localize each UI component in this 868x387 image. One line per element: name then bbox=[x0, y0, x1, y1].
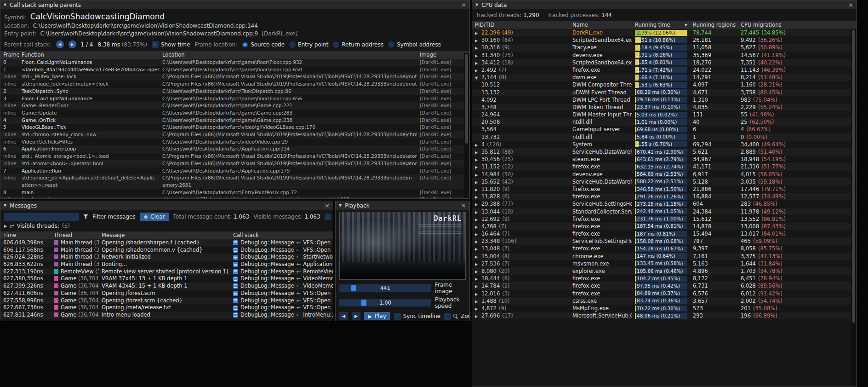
expand-icon[interactable]: ▶ bbox=[475, 149, 481, 156]
pid-cell[interactable]: 13,732 bbox=[472, 133, 570, 141]
column-name[interactable]: Name bbox=[570, 21, 632, 29]
collapse-icon[interactable]: ▼ bbox=[339, 203, 342, 208]
next-frame-button[interactable]: ▶ bbox=[352, 312, 360, 320]
pid-cell[interactable]: 3,748 bbox=[472, 104, 570, 111]
pid-cell[interactable]: 3,564 bbox=[472, 126, 570, 133]
expand-icon[interactable]: ▶ bbox=[475, 261, 481, 267]
pid-cell[interactable]: ▶13,048(7) bbox=[472, 245, 570, 252]
cpu-process-row[interactable]: ▶4(126) System 1.55 s (6.70%) 69,294 34,… bbox=[472, 141, 857, 148]
column-running-regions[interactable]: Running regions bbox=[690, 21, 738, 29]
pid-cell[interactable]: ▶4,872(9) bbox=[472, 305, 570, 312]
expand-icon[interactable]: ▶ bbox=[475, 254, 481, 260]
cpu-process-row[interactable]: 13,732 ntdll.dll 5.84 us (0.00%) 1 0(0.0… bbox=[472, 133, 857, 141]
message-row[interactable]: 627,558,996ns Game (36,704) Opening /for… bbox=[0, 297, 333, 305]
cpu-process-row[interactable]: ▶12,692(9) firefox.exe 231.76 ms (1.00%)… bbox=[472, 215, 857, 223]
radio-symbol-address[interactable]: Symbol address bbox=[388, 41, 441, 48]
expand-icon[interactable]: ▶ bbox=[475, 216, 481, 223]
message-row[interactable]: 627,380,356ns Game (36,704) VRAM 37x45: … bbox=[0, 275, 333, 283]
pid-cell[interactable]: ▶18,444(6) bbox=[472, 275, 570, 282]
cpu-process-row[interactable]: ▶11,828(6) firefox.exe 291.26 ms (1.26%)… bbox=[472, 193, 857, 200]
message-row[interactable]: 626,833,622ns Main thread (31,596) Booti… bbox=[0, 261, 333, 268]
pid-cell[interactable]: ▶15,004(8) bbox=[472, 253, 570, 260]
pid-cell[interactable]: ▶30,160(84) bbox=[472, 36, 570, 44]
cpu-process-row[interactable]: ▶15,004(8) chrome.exe 147 ms (0.64%) 7,1… bbox=[472, 253, 857, 260]
callstack-cell[interactable]: DebugLog::Message ← VideoMemo bbox=[230, 275, 333, 283]
expand-icon[interactable]: ▶ bbox=[475, 306, 481, 312]
pid-cell[interactable]: ▶34,412(18) bbox=[472, 59, 570, 66]
callstack-cell[interactable]: DebugLog::Message ← VFS::Open bbox=[230, 239, 333, 247]
message-filter-input[interactable] bbox=[4, 213, 79, 221]
cpu-process-row[interactable]: 20,508 ntdll.dll 1.01 ms (0.00%) 40 25(6… bbox=[472, 118, 857, 126]
expand-icon[interactable]: ▶ bbox=[475, 246, 481, 252]
callstack-row[interactable]: inline Video::GetTicksHiRes C:\Users\wol… bbox=[0, 139, 469, 146]
pid-cell[interactable]: ▶12,692(9) bbox=[472, 215, 570, 223]
shuffle-icon[interactable]: ⇄ bbox=[10, 223, 14, 229]
callstack-row[interactable]: 5 VideoGLBase::Tick C:\Users\wolf\Deskto… bbox=[0, 124, 469, 131]
pid-cell[interactable]: ▶8,080(20) bbox=[472, 267, 570, 275]
callstack-cell[interactable]: DebugLog::Message ← VFS::Open bbox=[230, 297, 333, 305]
pid-cell[interactable]: ▶15,652(43) bbox=[472, 178, 570, 185]
pid-cell[interactable]: ▶2,492(7) bbox=[472, 66, 570, 74]
callstack-row[interactable]: 2 TaskDispatch::Sync C:\Users\wolf\Deskt… bbox=[0, 88, 469, 95]
callstack-row[interactable]: inline Game::Update C:\Users\wolf\Deskto… bbox=[0, 110, 469, 117]
expand-icon[interactable]: ▶ bbox=[475, 60, 481, 66]
expand-icon[interactable]: ▶ bbox=[475, 209, 481, 215]
sync-timeline-checkbox[interactable]: Sync timeline bbox=[394, 313, 441, 320]
expand-icon[interactable]: ▶ bbox=[475, 298, 481, 305]
expand-icon[interactable]: ▶ bbox=[4, 224, 7, 228]
prev-parent-button[interactable]: ◀ bbox=[56, 40, 64, 48]
cpu-process-row[interactable]: ▶27,536(7) msvsmon.exe 133.45 ms (0.58%)… bbox=[472, 260, 857, 267]
expand-icon[interactable]: ▶ bbox=[475, 313, 481, 319]
cpu-process-row[interactable]: ▶12,016(3) firefox.exe 84.89 ms (0.37%) … bbox=[472, 290, 857, 297]
pid-cell[interactable]: ▶11,152(12) bbox=[472, 163, 570, 170]
callstack-row[interactable]: 7 Application::Run C:\Users\wolf\Desktop… bbox=[0, 168, 469, 175]
cpu-process-row[interactable]: ▶8,080(20) explorer.exe 105.66 ms (0.46%… bbox=[472, 267, 857, 275]
pid-cell[interactable]: ▶31,340(75) bbox=[472, 52, 570, 59]
pid-cell[interactable]: ▶13,044(10) bbox=[472, 208, 570, 215]
pid-cell[interactable]: ▶1,488(10) bbox=[472, 297, 570, 305]
message-row[interactable]: 627,667,736ns Game (36,704) Opening /met… bbox=[0, 304, 333, 312]
expand-icon[interactable]: ▶ bbox=[475, 156, 481, 163]
cpu-process-row[interactable]: ▶14,784(5) firefox.exe 97.95 ms (0.42%) … bbox=[472, 282, 857, 289]
expand-icon[interactable]: ▶ bbox=[475, 231, 481, 237]
cpu-process-row[interactable]: ▶22,396(49) DarkRL.exe 2.79 s (12.06%) 7… bbox=[472, 29, 857, 36]
message-row[interactable]: 627,411,606ns Game (36,704) Opening /for… bbox=[0, 290, 333, 297]
callstack-scrollbar[interactable] bbox=[464, 53, 469, 198]
pid-cell[interactable]: ▶10,316(9) bbox=[472, 44, 570, 51]
expand-icon[interactable]: ▶ bbox=[475, 238, 481, 245]
expand-icon[interactable]: ▶ bbox=[475, 224, 481, 230]
scrollbar-thumb[interactable] bbox=[465, 54, 468, 144]
callstack-row[interactable]: inline std::chrono::steady_clock::now C:… bbox=[0, 131, 469, 139]
pid-cell[interactable]: ▶23,348(106) bbox=[472, 237, 570, 245]
cpu-process-row[interactable]: ▶11,820(9) firefox.exe 346.58 ms (1.50%)… bbox=[472, 185, 857, 193]
close-icon[interactable]: × bbox=[325, 202, 330, 208]
cpu-process-row[interactable]: ▶1,488(10) csrss.exe 83.74 ms (0.36%) 3,… bbox=[472, 297, 857, 305]
callstack-row[interactable]: inline Game::RenderFloor C:\Users\wolf\D… bbox=[0, 102, 469, 110]
collapse-icon[interactable]: ▼ bbox=[4, 3, 6, 7]
close-icon[interactable]: × bbox=[461, 2, 466, 8]
next-parent-button[interactable]: ▶ bbox=[69, 40, 76, 48]
expand-icon[interactable]: ▶ bbox=[475, 276, 481, 282]
callstack-row[interactable]: 3 Floor::CalcLightNoLuminance C:\Users\w… bbox=[0, 95, 469, 103]
cpu-process-row[interactable]: ▶4,872(9) MsMpEng.exe 70.22 ms (0.30%) 5… bbox=[472, 305, 857, 312]
cpu-process-row[interactable]: ▶27,696(17) Microsoft.ServiceHub.Co 48.0… bbox=[472, 312, 857, 319]
pid-cell[interactable]: 10,512 bbox=[472, 81, 570, 88]
callstack-cell[interactable]: DebugLog::Message ← VFS::Open bbox=[230, 304, 333, 312]
cpu-process-row[interactable]: ▶13,044(10) StandardCollector.Servic 242… bbox=[472, 208, 857, 215]
cpu-process-row[interactable]: ▶11,152(12) firefox.exe 632.15 ms (2.74%… bbox=[472, 163, 857, 170]
callstack-cell[interactable]: DebugLog::Message ← StartNetwo bbox=[230, 254, 333, 261]
cpu-process-row[interactable]: ▶13,048(7) firefox.exe 154.28 ms (0.67%)… bbox=[472, 245, 857, 252]
cpu-process-row[interactable]: ▶30,160(84) ScriptedSandbox64.exe 2.51 s… bbox=[472, 36, 857, 44]
frame-image-slider[interactable]: 441 bbox=[339, 284, 431, 292]
callstack-row[interactable]: inline std::_Atomic_storage<bool,1>::loa… bbox=[0, 153, 469, 160]
close-icon[interactable]: × bbox=[461, 202, 466, 208]
expand-icon[interactable]: ▶ bbox=[475, 67, 481, 74]
cpu-process-row[interactable]: ▶4,768(7) firefox.exe 187.54 ms (0.81%) … bbox=[472, 223, 857, 230]
pid-cell[interactable]: ▶11,828(6) bbox=[472, 193, 570, 200]
playback-speed-slider[interactable]: 1.00 bbox=[339, 299, 431, 306]
pid-cell[interactable]: ▶22,396(49) bbox=[472, 29, 570, 36]
expand-icon[interactable]: ▶ bbox=[475, 268, 481, 275]
pid-cell[interactable]: ▶4,768(7) bbox=[472, 223, 570, 230]
column-pid-tid[interactable]: PID/TID bbox=[472, 21, 570, 29]
pid-cell[interactable]: 20,508 bbox=[472, 118, 570, 126]
